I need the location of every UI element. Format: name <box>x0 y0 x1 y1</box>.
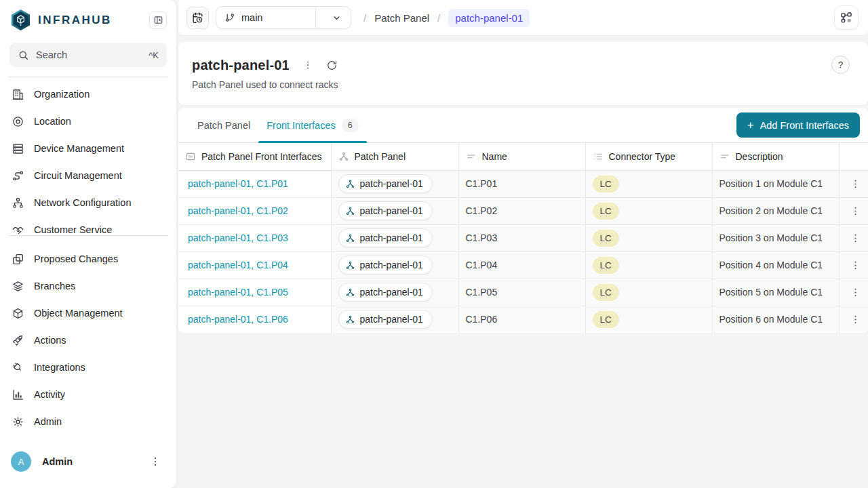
kebab-icon <box>850 205 861 217</box>
list-icon <box>593 151 604 162</box>
app-title: INFRAHUB <box>38 14 142 27</box>
patch-panel-chip[interactable]: patch-panel-01 <box>338 310 433 329</box>
breadcrumb-current-chip[interactable]: patch-panel-01 <box>448 9 530 27</box>
building-icon <box>12 88 24 101</box>
patch-panel-chip[interactable]: patch-panel-01 <box>338 201 433 220</box>
patch-panel-chip[interactable]: patch-panel-01 <box>338 256 433 274</box>
table-row: patch-panel-01, C1.P02 patch-panel-01 C1… <box>178 197 868 224</box>
schema-visualizer-button[interactable] <box>834 5 859 30</box>
table-row: patch-panel-01, C1.P04 patch-panel-01 C1… <box>178 251 868 279</box>
help-button[interactable]: ? <box>831 56 850 74</box>
panel-collapse-icon <box>153 15 163 25</box>
sidebar-item-customer-service[interactable]: Customer Service <box>0 216 176 235</box>
sidebar-item-proposed-changes[interactable]: Proposed Changes <box>0 245 176 272</box>
front-interface-link[interactable]: patch-panel-01, C1.P04 <box>188 260 288 270</box>
object-actions-button[interactable] <box>299 56 317 74</box>
tabstrip: Patch Panel Front Interfaces 6 + Add Fro… <box>178 108 868 143</box>
connector-type-badge: LC <box>593 176 619 192</box>
tab-patch-panel[interactable]: Patch Panel <box>189 108 258 142</box>
calendar-clock-icon <box>191 12 204 24</box>
column-header-connector-type: Connector Type <box>585 143 712 170</box>
branch-name: main <box>241 12 262 23</box>
collapse-sidebar-button[interactable] <box>149 12 167 29</box>
kebab-icon <box>850 260 861 271</box>
sidebar-spacer <box>0 435 176 443</box>
tab-front-interfaces[interactable]: Front Interfaces 6 <box>258 108 367 142</box>
patch-panel-chip[interactable]: patch-panel-01 <box>338 228 433 247</box>
front-interface-link[interactable]: patch-panel-01, C1.P01 <box>188 178 288 189</box>
sidebar-item-activity[interactable]: Activity <box>0 381 176 408</box>
front-interface-link[interactable]: patch-panel-01, C1.P02 <box>188 205 288 216</box>
card-icon <box>185 151 196 162</box>
table-row: patch-panel-01, C1.P01 patch-panel-01 C1… <box>178 170 868 197</box>
breadcrumb-patch-panel[interactable]: Patch Panel <box>374 12 429 24</box>
topbar: main / Patch Panel / patch-panel-01 <box>178 0 868 35</box>
table-header-row: Patch Panel Front Interfaces Patch Panel… <box>178 143 868 170</box>
location-icon <box>12 115 24 128</box>
sidebar-item-actions[interactable]: Actions <box>0 327 176 354</box>
refresh-button[interactable] <box>323 56 341 74</box>
front-interface-link[interactable]: patch-panel-01, C1.P06 <box>188 314 288 325</box>
package-icon <box>12 307 24 320</box>
layers-icon <box>12 280 24 293</box>
row-actions-button[interactable] <box>846 174 865 193</box>
connector-type-badge: LC <box>593 311 619 328</box>
branch-selector[interactable]: main <box>216 6 351 29</box>
rel-icon <box>338 151 349 162</box>
name-cell: C1.P02 <box>466 205 498 216</box>
name-cell: C1.P06 <box>466 314 498 325</box>
name-cell: C1.P05 <box>466 287 498 298</box>
rocket-icon <box>12 334 24 347</box>
row-actions-button[interactable] <box>846 310 865 329</box>
sidebar-item-device-management[interactable]: Device Management <box>0 135 176 162</box>
kebab-icon <box>850 178 861 190</box>
page-title: patch-panel-01 <box>192 58 290 73</box>
front-interface-link[interactable]: patch-panel-01, C1.P03 <box>188 232 288 243</box>
patch-panel-chip[interactable]: patch-panel-01 <box>338 283 433 302</box>
row-actions-button[interactable] <box>846 256 865 274</box>
patch-panel-chip[interactable]: patch-panel-01 <box>338 174 433 193</box>
divider <box>315 7 316 28</box>
route-icon <box>12 169 24 182</box>
description-cell: Position 4 on Module C1 <box>719 260 823 270</box>
diff-icon <box>12 253 24 266</box>
main-area: main / Patch Panel / patch-panel-01 patc… <box>176 0 868 488</box>
row-actions-button[interactable] <box>846 228 865 247</box>
sidebar-item-location[interactable]: Location <box>0 108 176 135</box>
sidebar-item-branches[interactable]: Branches <box>0 272 176 300</box>
sidebar-item-admin[interactable]: Admin <box>0 408 176 435</box>
front-interface-link[interactable]: patch-panel-01, C1.P05 <box>188 287 288 298</box>
breadcrumb: / Patch Panel / patch-panel-01 <box>363 9 530 27</box>
kebab-icon <box>850 232 861 244</box>
branch-dropdown-toggle[interactable] <box>322 12 351 24</box>
description-cell: Position 6 on Module C1 <box>719 314 823 325</box>
sidebar-item-organization[interactable]: Organization <box>0 81 176 108</box>
row-actions-button[interactable] <box>846 283 865 302</box>
tab-count-badge: 6 <box>342 119 359 132</box>
name-cell: C1.P04 <box>466 260 498 270</box>
user-actions-button[interactable] <box>146 453 164 470</box>
row-actions-button[interactable] <box>846 201 865 220</box>
connector-type-badge: LC <box>593 203 619 220</box>
breadcrumb-separator: / <box>363 12 366 24</box>
text-icon <box>466 151 477 162</box>
search-input[interactable]: Search ^K <box>9 43 167 67</box>
description-cell: Position 1 on Module C1 <box>719 178 823 189</box>
search-placeholder: Search <box>36 49 67 60</box>
plug-icon <box>12 361 24 374</box>
sidebar-platform-group: Proposed Changes Branches Object Managem… <box>0 236 176 435</box>
avatar: A <box>11 451 31 472</box>
search-icon <box>18 49 29 61</box>
time-travel-button[interactable] <box>186 7 209 29</box>
sidebar-item-circuit-management[interactable]: Circuit Management <box>0 162 176 189</box>
sidebar-item-integrations[interactable]: Integrations <box>0 354 176 381</box>
user-menu[interactable]: A Admin <box>0 443 176 488</box>
sidebar-item-network-configuration[interactable]: Network Configuration <box>0 189 176 216</box>
name-cell: C1.P01 <box>466 178 498 189</box>
sidebar: INFRAHUB Search ^K Organization Location… <box>0 0 176 488</box>
kebab-icon <box>302 60 313 70</box>
infrahub-logo-icon <box>10 9 31 31</box>
add-front-interfaces-button[interactable]: + Add Front Interfaces <box>736 113 860 138</box>
git-branch-icon <box>224 12 235 23</box>
sidebar-item-object-management[interactable]: Object Management <box>0 300 176 327</box>
